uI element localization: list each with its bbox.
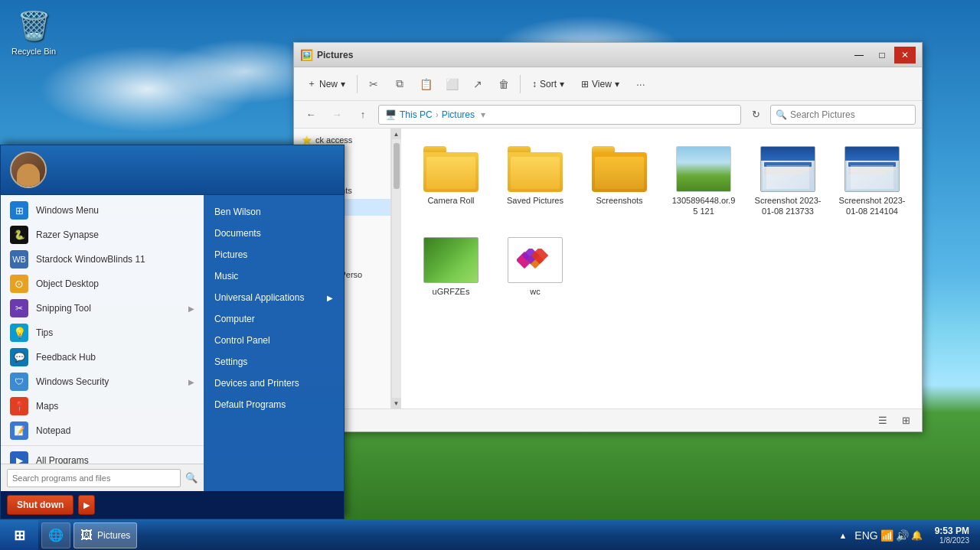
start-item-windowblinds[interactable]: WB Stardock WindowBlinds 11 [1,247,204,272]
start-item-icon-object-desktop: ⊙ [10,275,28,293]
path-icon: 🖥️ [385,109,397,120]
address-path[interactable]: 🖥️ This PC › Pictures ▾ [378,105,741,125]
start-right-label-documents: Documents [214,228,261,239]
scroll-thumb[interactable] [394,143,400,189]
file-label-screenshots: Screenshots [596,195,642,206]
desktop: 🗑️ Recycle Bin 🖼️ Pictures — □ ✕ ＋ New ▾… [0,0,980,550]
start-item-tips[interactable]: 💡 Tips [1,321,204,345]
start-right-item-pictures[interactable]: Pictures [204,244,344,265]
file-thumb-wc [508,237,563,283]
start-right-item-documents[interactable]: Documents [204,223,344,244]
recycle-bin-graphic: 🗑️ [15,8,52,44]
start-right-item-devices[interactable]: Devices and Printers [204,373,344,394]
start-right-item-computer[interactable]: Computer [204,308,344,330]
user-avatar[interactable] [10,151,47,188]
start-item-object-desktop[interactable]: ⊙ Object Desktop [1,272,204,296]
file-label-screenshot1: Screenshot 2023-01-08 213733 [754,195,822,217]
file-label-screenshot2: Screenshot 2023-01-08 214104 [838,195,906,217]
scroll-down-arrow[interactable]: ▼ [392,398,401,408]
copy-button[interactable]: ⧉ [388,73,411,96]
start-item-maps[interactable]: 📍 Maps [1,394,204,418]
minimize-button[interactable]: — [848,47,870,63]
notification-icon[interactable]: 🔔 [911,530,923,541]
window-title: Pictures [317,50,848,60]
start-item-razer[interactable]: 🐍 Razer Synapse [1,223,204,247]
file-item-screenshot2[interactable]: Screenshot 2023-01-08 214104 [834,140,910,223]
file-item-photo1[interactable]: 1305896448.or.95 121 [665,140,742,223]
start-button[interactable]: ⊞ [0,520,38,551]
start-item-windows-menu[interactable]: ⊞ Windows Menu [1,198,204,223]
window-controls: — □ ✕ [848,47,916,63]
shutdown-arrow-button[interactable]: ▶ [78,495,95,515]
refresh-button[interactable]: ↻ [746,105,766,125]
start-right-item-music[interactable]: Music [204,265,344,287]
back-button[interactable]: ← [300,105,322,125]
start-item-label-security: Windows Security [36,376,109,387]
start-right-item-settings[interactable]: Settings [204,351,344,373]
system-tray: ▲ ENG 📶 🔊 🔔 9:53 PM 1/8/2023 [832,526,980,545]
new-button[interactable]: ＋ New ▾ [300,73,352,96]
shutdown-button[interactable]: Shut down [7,495,74,515]
start-item-security[interactable]: 🛡 Windows Security ▶ [1,369,204,394]
nav-scrollbar[interactable]: ▲ ▼ [391,129,400,408]
sort-button[interactable]: ↕ Sort ▾ [525,73,571,96]
file-label-saved-pictures: Saved Pictures [507,195,564,206]
start-item-arrow-snipping: ▶ [188,304,194,313]
language-indicator[interactable]: ENG [854,529,877,542]
delete-button[interactable]: 🗑 [492,73,515,96]
start-item-snipping[interactable]: ✂ Snipping Tool ▶ [1,296,204,321]
speaker-icon[interactable]: 🔊 [896,529,909,542]
cut-button[interactable]: ✂ [362,73,385,96]
start-item-label-snipping: Snipping Tool [36,303,91,314]
search-box[interactable]: 🔍 [770,105,916,125]
start-item-icon-all-programs: ▶ [10,451,28,464]
list-view-button[interactable]: ☰ [873,412,893,429]
scroll-up-arrow[interactable]: ▲ [392,129,401,139]
file-item-screenshot1[interactable]: Screenshot 2023-01-08 213733 [750,140,826,223]
start-apps-list: ⊞ Windows Menu 🐍 Razer Synapse WB Stardo… [1,195,204,464]
folder-icon-screenshots [592,146,647,192]
this-pc-segment[interactable]: This PC [400,109,433,120]
start-right-item-control-panel[interactable]: Control Panel [204,330,344,351]
start-item-label-all-programs: All Programs [36,455,89,464]
start-item-icon-maps: 📍 [10,397,28,415]
start-item-label-object-desktop: Object Desktop [36,278,99,289]
pictures-segment[interactable]: Pictures [442,109,475,120]
close-button[interactable]: ✕ [894,47,916,63]
clock[interactable]: 9:53 PM 1/8/2023 [930,526,974,545]
start-search-input[interactable] [7,469,181,487]
taskbar-item-pictures[interactable]: 🖼 Pictures [74,522,137,548]
file-item-screenshots[interactable]: Screenshots [581,140,658,223]
share-button[interactable]: ↗ [466,73,489,96]
start-item-notepad[interactable]: 📝 Notepad [1,418,204,443]
more-button[interactable]: ··· [629,73,652,96]
search-icon: 🔍 [776,109,787,120]
file-item-wc[interactable]: wc [497,231,573,303]
recycle-bin-icon[interactable]: 🗑️ Recycle Bin [11,8,56,56]
view-dropdown-icon: ▾ [615,79,619,89]
paste-button[interactable]: 📋 [414,73,437,96]
start-item-feedback[interactable]: 💬 Feedback Hub [1,345,204,369]
wifi-icon[interactable]: 📶 [880,529,893,542]
rename-button[interactable]: ⬜ [440,73,463,96]
start-item-label-notepad: Notepad [36,425,70,436]
tray-expand-button[interactable]: ▲ [838,531,847,540]
up-button[interactable]: ↑ [352,105,374,125]
maximize-button[interactable]: □ [871,47,893,63]
taskbar-item-edge[interactable]: 🌐 [41,522,70,548]
file-item-ugrfzes[interactable]: uGRFZEs [413,231,489,303]
grid-view-button[interactable]: ⊞ [896,412,916,429]
start-right-item-default-programs[interactable]: Default Programs [204,394,344,415]
forward-button[interactable]: → [326,105,348,125]
start-item-all-programs[interactable]: ▶ All Programs [1,448,204,464]
file-label-ugrfzes: uGRFZEs [433,286,470,297]
start-item-label-feedback: Feedback Hub [36,352,96,363]
start-right-item-universal[interactable]: Universal Applications ▶ [204,287,344,308]
file-item-camera-roll[interactable]: Camera Roll [413,140,489,223]
view-button[interactable]: ⊞ View ▾ [574,73,626,96]
file-item-saved-pictures[interactable]: Saved Pictures [497,140,573,223]
files-grid: Camera Roll Saved Pictures [413,140,910,303]
start-right-item-benWilson[interactable]: Ben Wilson [204,201,344,223]
sort-dropdown-icon: ▾ [560,79,564,89]
search-input[interactable] [790,109,910,120]
